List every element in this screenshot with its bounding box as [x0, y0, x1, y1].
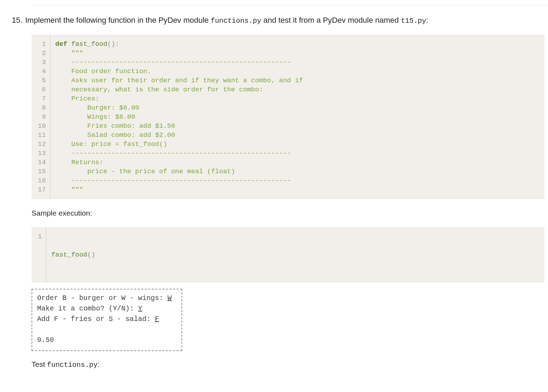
code-line: fast_food() — [51, 250, 544, 259]
code-block-2: 1 fast_food() — [32, 227, 544, 282]
output-line-1: Order B - burger or W - wings: W — [37, 293, 177, 303]
user-input: W — [167, 294, 172, 302]
code-line: Returns: — [55, 158, 544, 167]
output-line-5: 9.50 — [37, 335, 177, 345]
line-gutter-1: 1234567891011121314151617 — [32, 35, 50, 199]
line-number: 13 — [32, 149, 50, 158]
code-line: Asks user for their order and if they wa… — [55, 76, 544, 85]
q-prefix: Implement the following function in the … — [25, 16, 211, 24]
line-number: 14 — [32, 158, 50, 167]
code-area-1: def fast_food(): """ -------------------… — [50, 35, 544, 199]
output-line-3: Add F - fries or S - salad: F — [37, 314, 177, 324]
line-number: 15 — [32, 167, 50, 176]
q-mid: and test it from a PyDev module named — [261, 16, 401, 24]
test-label: Test functions.py: — [32, 360, 544, 369]
line-number: 6 — [32, 85, 50, 94]
q-file1: functions.py — [211, 17, 261, 25]
test-label-b: : — [97, 360, 100, 368]
test-label-file: functions.py — [47, 361, 97, 369]
line-number: 2 — [32, 49, 50, 58]
code-line: Fries combo: add $1.50 — [55, 121, 544, 131]
output-line-2: Make it a combo? (Y/N): Y — [37, 303, 177, 314]
code-line: Use: price = fast_food() — [55, 140, 544, 149]
code-block-1: 1234567891011121314151617 def fast_food(… — [32, 35, 544, 199]
code-line: ----------------------------------------… — [55, 58, 544, 67]
content: 1234567891011121314151617 def fast_food(… — [32, 35, 544, 369]
line-number: 7 — [32, 94, 50, 103]
output-blank — [37, 324, 177, 335]
top-divider — [32, 5, 548, 5]
line-gutter-2: 1 — [32, 227, 46, 282]
question-text: Implement the following function in the … — [25, 16, 428, 25]
line-number: 4 — [32, 67, 50, 76]
question-row: 15. Implement the following function in … — [4, 16, 548, 25]
line-number: 17 — [32, 185, 50, 194]
out-text: Add F - fries or S - salad: — [37, 315, 155, 323]
line-number: 1 — [32, 232, 46, 241]
code-line: Salad combo: add $2.00 — [55, 131, 544, 140]
line-number: 10 — [32, 121, 50, 131]
code-line: Burger: $6.00 — [55, 103, 544, 112]
line-number: 5 — [32, 76, 50, 85]
code-line: """ — [55, 49, 544, 58]
out-text: Order B - burger or W - wings: — [37, 294, 167, 302]
line-number: 12 — [32, 140, 50, 149]
line-number: 1 — [32, 40, 50, 49]
code-line: price - the price of one meal (float) — [55, 167, 544, 176]
code-fn: fast_food — [51, 251, 87, 259]
q-suffix: : — [426, 16, 428, 24]
q-file2: t15.py — [401, 17, 426, 25]
line-number: 16 — [32, 176, 50, 185]
code-paren: () — [87, 251, 95, 259]
out-text: Make it a combo? (Y/N): — [37, 304, 138, 313]
code-line: def fast_food(): — [55, 40, 544, 49]
code-line: """ — [55, 185, 544, 194]
code-line: necessary, what is the side order for th… — [55, 85, 544, 94]
code-line: Prices: — [55, 94, 544, 103]
user-input: Y — [138, 304, 142, 313]
line-number: 8 — [32, 103, 50, 112]
line-number: 11 — [32, 131, 50, 140]
line-number: 9 — [32, 112, 50, 121]
line-number: 3 — [32, 58, 50, 67]
code-line: ----------------------------------------… — [55, 176, 544, 185]
user-input: F — [155, 315, 159, 323]
test-label-a: Test — [32, 360, 47, 368]
page: 15. Implement the following function in … — [0, 5, 548, 392]
code-line: ----------------------------------------… — [55, 149, 544, 158]
code-area-2: fast_food() — [46, 227, 544, 282]
sample-output: Order B - burger or W - wings: W Make it… — [32, 289, 182, 351]
question-number: 15. — [4, 16, 25, 25]
sample-execution-label: Sample execution: — [32, 209, 544, 217]
code-line: Food order function. — [55, 67, 544, 76]
code-line: Wings: $8.00 — [55, 112, 544, 121]
